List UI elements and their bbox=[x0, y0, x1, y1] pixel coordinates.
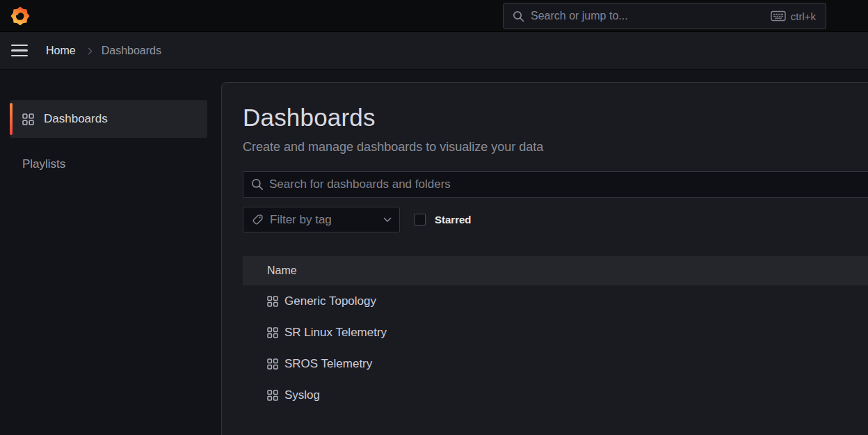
active-indicator bbox=[10, 103, 13, 135]
table-header: Name bbox=[243, 256, 868, 285]
page-title: Dashboards bbox=[243, 104, 868, 132]
chevron-right-icon bbox=[85, 47, 92, 54]
global-search-placeholder: Search or jump to... bbox=[531, 10, 771, 22]
breadcrumb-home[interactable]: Home bbox=[46, 45, 76, 57]
dashboard-link[interactable]: Generic Topology bbox=[284, 294, 376, 308]
dashboard-link[interactable]: SR Linux Telemetry bbox=[284, 326, 387, 340]
starred-label: Starred bbox=[435, 214, 472, 226]
sidebar-item-dashboards[interactable]: Dashboards bbox=[10, 100, 207, 138]
global-search-button[interactable]: Search or jump to... ctrl+k bbox=[503, 3, 826, 29]
breadcrumb-bar: Home Dashboards bbox=[0, 32, 868, 70]
dashboard-link[interactable]: SROS Telemetry bbox=[284, 357, 372, 371]
tag-icon bbox=[252, 214, 264, 226]
table-row[interactable]: SR Linux Telemetry bbox=[243, 317, 868, 348]
keyboard-icon bbox=[771, 10, 786, 22]
table-row[interactable]: Generic Topology bbox=[243, 285, 868, 317]
starred-filter[interactable]: Starred bbox=[414, 214, 472, 226]
main-panel: Dashboards Create and manage dashboards … bbox=[221, 82, 868, 435]
dashboard-search bbox=[243, 171, 868, 198]
top-bar: Search or jump to... ctrl+k bbox=[0, 0, 868, 32]
grafana-logo-icon[interactable] bbox=[10, 6, 30, 26]
shortcut-text: ctrl+k bbox=[791, 10, 816, 22]
shortcut-hint: ctrl+k bbox=[771, 10, 816, 22]
dashboards-table: Name Generic Topology SR Linux Telemetry bbox=[243, 256, 868, 411]
apps-icon bbox=[22, 113, 34, 125]
apps-icon bbox=[267, 327, 278, 338]
table-row[interactable]: Syslog bbox=[243, 379, 868, 411]
dashboard-search-input[interactable] bbox=[243, 171, 868, 198]
starred-checkbox[interactable] bbox=[414, 214, 426, 226]
sidebar-item-playlists[interactable]: Playlists bbox=[10, 153, 207, 175]
tag-filter-dropdown[interactable]: Filter by tag bbox=[243, 207, 400, 232]
chevron-down-icon bbox=[383, 217, 392, 223]
main-content: Dashboards Create and manage dashboards … bbox=[221, 70, 868, 435]
apps-icon bbox=[267, 296, 278, 307]
search-icon bbox=[513, 10, 524, 22]
section-nav: Dashboards Playlists bbox=[0, 70, 221, 435]
tag-filter-label: Filter by tag bbox=[270, 213, 383, 227]
page-subtitle: Create and manage dashboards to visualiz… bbox=[243, 140, 868, 155]
dashboard-link[interactable]: Syslog bbox=[284, 388, 320, 402]
table-row[interactable]: SROS Telemetry bbox=[243, 348, 868, 379]
apps-icon bbox=[267, 358, 278, 370]
filter-row: Filter by tag Starred bbox=[243, 207, 868, 232]
apps-icon bbox=[267, 390, 278, 401]
breadcrumb-current: Dashboards bbox=[102, 45, 161, 57]
menu-icon[interactable] bbox=[11, 42, 31, 59]
sidebar-item-label: Dashboards bbox=[44, 112, 108, 126]
column-header-name: Name bbox=[267, 264, 297, 277]
grafana-app: Search or jump to... ctrl+k Home Dashboa… bbox=[0, 0, 868, 435]
sidebar-item-label: Playlists bbox=[22, 157, 65, 171]
search-icon bbox=[251, 178, 264, 191]
breadcrumb: Home Dashboards bbox=[46, 45, 161, 57]
